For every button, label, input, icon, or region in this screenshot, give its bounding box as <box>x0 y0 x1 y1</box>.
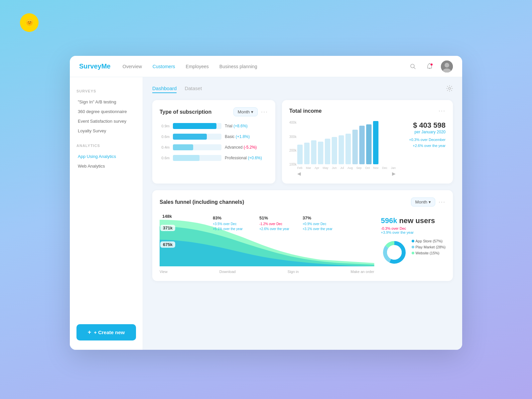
app-logo[interactable]: 🌞 <box>20 13 39 32</box>
nav-overview[interactable]: Overview <box>123 64 142 69</box>
income-title: Total income <box>289 108 322 114</box>
income-chart-area: 400k 300k 200k 100k <box>289 121 446 176</box>
svg-rect-17 <box>352 130 358 164</box>
new-users-number: 596 <box>381 216 393 225</box>
svg-rect-16 <box>345 134 351 164</box>
svg-line-1 <box>414 67 416 69</box>
sidebar-item-event[interactable]: Event Satisfaction survey <box>76 116 136 126</box>
bell-icon[interactable] <box>424 61 435 72</box>
sidebar-item-signin-ab[interactable]: "Sign In" A/B testing <box>76 97 136 107</box>
svg-point-24 <box>387 245 402 260</box>
main-content: Dashboard Dataset Type of subscription M… <box>143 77 462 350</box>
sidebar-item-360[interactable]: 360 degree questionnaire <box>76 107 136 116</box>
nav-business-planning[interactable]: Business planning <box>219 64 257 69</box>
search-icon[interactable] <box>408 61 418 72</box>
chart-next-btn[interactable]: ▶ <box>392 171 396 176</box>
bar-basic: 0.6m Basic (+1.8%) <box>160 134 268 140</box>
income-period: per January 2020 <box>399 130 446 134</box>
svg-rect-14 <box>332 137 337 164</box>
stage-371k: 371k <box>160 225 175 231</box>
month-label: Month <box>238 109 250 114</box>
label-order: Make an order <box>351 270 374 274</box>
new-users-over-year: +3.9% over the year <box>381 230 446 234</box>
legend-app-store: App Store (57%) <box>412 239 446 243</box>
svg-rect-10 <box>304 143 310 164</box>
logo-icon: 🌞 <box>25 18 34 27</box>
sidebar-item-app-analytics[interactable]: App Using Analytics <box>76 152 136 161</box>
bar-professional: 0.6m Professional (+0.6%) <box>160 155 268 161</box>
label-download: Download <box>219 270 236 274</box>
income-over: +0.3% over December +2.6% over the year <box>399 137 446 149</box>
income-dots-btn[interactable]: ··· <box>439 107 446 114</box>
stat-37pct: 37% +0.9% over Dec +3.1% over the year <box>303 215 332 231</box>
nav-customers[interactable]: Customers <box>153 64 175 69</box>
body-layout: SURVEYS "Sign In" A/B testing 360 degree… <box>70 77 462 350</box>
tab-dashboard[interactable]: Dashboard <box>152 85 177 93</box>
tabs: Dashboard Dataset <box>152 85 202 93</box>
svg-rect-12 <box>318 142 323 164</box>
tab-dataset[interactable]: Dataset <box>185 85 202 93</box>
svg-rect-15 <box>338 135 344 164</box>
create-new-label: + Create new <box>94 330 125 335</box>
stat-51pct: 51% -1.2% over Dec +2.6% over the year <box>259 215 289 231</box>
sales-month-label: Month <box>415 200 427 204</box>
play-market-dot <box>412 246 414 248</box>
funnel-x-labels: View Download Sign in Make an order <box>160 270 374 274</box>
label-signin: Sign in <box>288 270 299 274</box>
svg-rect-13 <box>325 139 330 164</box>
svg-rect-9 <box>297 145 303 164</box>
nav-links: Overview Customers Employees Business pl… <box>123 64 408 69</box>
label-view: View <box>160 270 168 274</box>
bar-trial: 0.9m Trial (+8.6%) <box>160 123 268 129</box>
website-dot <box>412 252 414 254</box>
surveys-section-title: SURVEYS <box>76 89 136 93</box>
sidebar: SURVEYS "Sign In" A/B testing 360 degree… <box>70 77 143 350</box>
svg-rect-19 <box>366 124 371 164</box>
legend-play-market: Play Market (28%) <box>412 245 446 249</box>
svg-point-6 <box>445 63 449 67</box>
svg-rect-11 <box>311 140 316 164</box>
sidebar-item-web-analytics[interactable]: Web Analytics <box>76 161 136 171</box>
nav-actions <box>408 61 453 72</box>
user-avatar[interactable] <box>441 61 453 72</box>
donut-chart <box>381 239 408 266</box>
income-card: Total income ··· 400k 300k 200k 100k <box>282 100 453 184</box>
stage-148k: 148k <box>160 213 175 219</box>
sidebar-item-loyalty[interactable]: Loyalty Survey <box>76 126 136 136</box>
income-chart: 400k 300k 200k 100k <box>289 121 396 176</box>
subscription-title: Type of subscription <box>160 109 211 115</box>
tabs-row: Dashboard Dataset <box>152 85 453 93</box>
funnel-chart: 148k 371k 675k 83% +3.5% over Dec +5.1% … <box>160 213 374 274</box>
svg-point-8 <box>449 87 451 89</box>
subscription-card-header: Type of subscription Month ▾ ··· <box>160 107 268 116</box>
svg-point-4 <box>431 64 433 66</box>
sales-title: Sales funnel (including channels) <box>160 199 244 205</box>
new-users-k: k <box>393 216 397 225</box>
new-users-over-dec: -0.3% over Dec <box>381 226 446 230</box>
subscription-dots-btn[interactable]: ··· <box>261 108 268 115</box>
settings-icon[interactable] <box>446 85 453 93</box>
income-card-header: Total income ··· <box>289 107 446 114</box>
chart-prev-btn[interactable]: ◀ <box>297 171 301 176</box>
brand-name[interactable]: SurveyMe <box>79 63 111 70</box>
svg-point-2 <box>429 63 430 64</box>
sales-dots-btn[interactable]: ··· <box>439 199 446 205</box>
sales-month-btn[interactable]: Month ▾ <box>411 198 435 206</box>
income-amount: $ 403 598 <box>399 121 446 130</box>
chevron-down-icon: ▾ <box>251 109 253 114</box>
subscription-month-btn[interactable]: Month ▾ <box>233 107 258 116</box>
stat-83pct: 83% +3.5% over Dec +5.1% over the year <box>213 215 243 231</box>
sales-card-header: Sales funnel (including channels) Month … <box>160 198 446 206</box>
funnel-stats: 596k new users -0.3% over Dec +3.9% over… <box>381 213 446 274</box>
new-users-count: 596k new users <box>381 216 446 225</box>
bar-advanced: 0.4m Advanced (-5.2%) <box>160 144 268 150</box>
analytics-section-title: ANALYTICS <box>76 144 136 148</box>
income-stats: $ 403 598 per January 2020 +0.3% over De… <box>399 121 446 176</box>
top-cards-row: Type of subscription Month ▾ ··· 0.9m <box>152 100 453 184</box>
over-dec: +0.3% over December <box>409 138 446 142</box>
nav-employees[interactable]: Employees <box>186 64 209 69</box>
sales-funnel-content: 148k 371k 675k 83% +3.5% over Dec +5.1% … <box>160 213 446 274</box>
app-store-dot <box>412 240 414 242</box>
plus-icon: + <box>88 329 91 336</box>
create-new-button[interactable]: + + Create new <box>76 324 136 340</box>
